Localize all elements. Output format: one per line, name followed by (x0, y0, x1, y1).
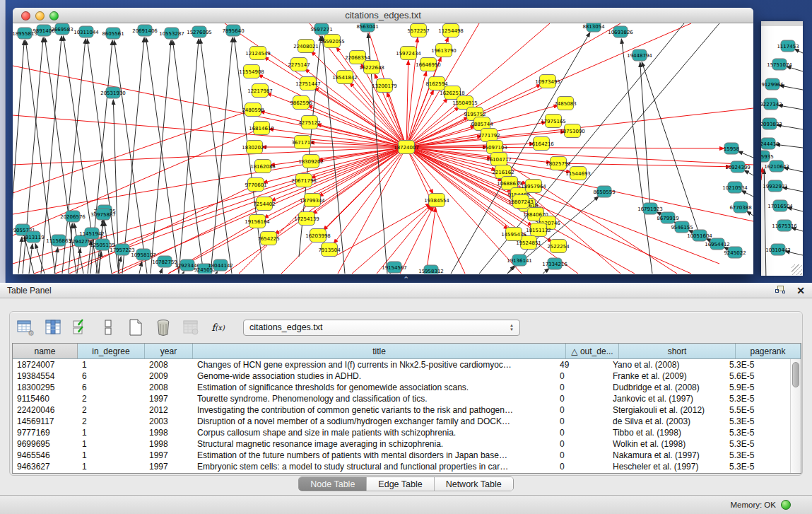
table-cell[interactable]: 5.3E-5 (725, 427, 790, 438)
table-cell[interactable]: 5.3E-5 (725, 359, 790, 370)
table-cell[interactable]: 1 (78, 461, 145, 472)
graph-edge[interactable] (146, 37, 179, 274)
table-cell[interactable]: 0 (555, 438, 608, 450)
scrollbar-thumb[interactable] (792, 362, 799, 387)
table-row[interactable]: 1830029562008Estimation of significance … (13, 382, 790, 393)
table-cell[interactable]: 2 (78, 393, 145, 404)
column-header-in_degree[interactable]: in_degree (78, 344, 145, 358)
table-cell[interactable]: 6 (78, 382, 145, 393)
table-cell[interactable]: 0 (555, 450, 608, 461)
table-cell[interactable]: 18300295 (13, 382, 78, 393)
table-cell[interactable]: 1997 (145, 450, 193, 461)
column-header-title[interactable]: title (193, 344, 566, 358)
table-cell[interactable]: 5.6E-5 (725, 370, 790, 382)
graph-edge[interactable] (13, 147, 406, 264)
table-row[interactable]: 2242004622012Investigating the contribut… (13, 404, 790, 416)
graph-edge[interactable] (775, 144, 803, 148)
table-row[interactable]: 1456911722003Disruption of a novel membe… (13, 416, 790, 427)
table-cell[interactable]: 5.3E-5 (725, 461, 790, 472)
table-cell[interactable]: 0 (555, 427, 608, 438)
table-cell[interactable]: 0 (555, 416, 608, 427)
trash-icon[interactable] (153, 318, 172, 337)
rows-icon[interactable] (98, 318, 117, 337)
graph-edge[interactable] (18, 237, 22, 274)
tab-network-table[interactable]: Network Table (435, 477, 513, 491)
graph-edge[interactable] (543, 268, 549, 274)
graph-edge[interactable] (744, 170, 753, 175)
table-row[interactable]: 1938455462009Genome-wide association stu… (13, 370, 790, 382)
graph-edge[interactable] (377, 206, 433, 274)
table-cell[interactable]: 2012 (145, 404, 193, 416)
tab-node-table[interactable]: Node Table (299, 477, 367, 491)
graph-edge[interactable] (406, 147, 724, 148)
network-canvas[interactable]: 1872400712124549115549081221798724805981… (13, 23, 753, 274)
table-cell[interactable]: 1997 (145, 461, 193, 472)
graph-edge[interactable] (741, 190, 753, 197)
graph-edge[interactable] (183, 271, 184, 274)
table-cell[interactable]: 5.3E-5 (725, 393, 790, 404)
table-cell[interactable]: 0 (555, 404, 608, 416)
graph-edge[interactable] (168, 147, 406, 274)
graph-edge[interactable] (761, 168, 763, 180)
graph-edge[interactable] (400, 206, 434, 274)
function-builder-icon[interactable]: f(x) (208, 318, 228, 337)
table-cell[interactable]: 1 (78, 438, 145, 450)
new-document-icon[interactable] (126, 318, 145, 337)
graph-edge[interactable] (746, 211, 753, 216)
table-row[interactable]: 911546021997Tourette syndrome. Phenomeno… (13, 393, 790, 404)
table-row[interactable]: 946554611997Estimation of the future num… (13, 450, 790, 461)
table-cell[interactable]: 5.9E-5 (725, 382, 790, 393)
table-cell[interactable]: 1 (78, 359, 145, 370)
table-cell[interactable]: 18724007 (13, 359, 78, 370)
table-cell[interactable]: 22420046 (13, 404, 78, 416)
table-cell[interactable]: Embryonic stem cells: a model to study s… (193, 461, 555, 472)
table-cell[interactable]: 0 (555, 393, 608, 404)
table-cell[interactable]: 0 (555, 461, 608, 472)
table-cell[interactable]: 0 (555, 382, 608, 393)
graph-edge[interactable] (151, 40, 171, 274)
table-cell[interactable]: 9699695 (13, 438, 78, 450)
graph-edge[interactable] (13, 115, 406, 147)
table-cell[interactable]: 49 (555, 359, 608, 370)
column-header-pagerank[interactable]: pagerank (736, 344, 801, 358)
window-titlebar[interactable]: citations_edges.txt (13, 8, 753, 23)
table-cell[interactable]: Corpus callosum shape and size in male p… (193, 427, 555, 438)
table-cell[interactable]: 0 (555, 370, 608, 382)
table-cell[interactable]: 2 (78, 404, 145, 416)
table-cell[interactable]: 2008 (145, 359, 193, 370)
graph-edge[interactable] (794, 49, 803, 53)
table-cell[interactable]: 2008 (145, 382, 193, 393)
table-cell[interactable]: Tourette syndrome. Phenomenology and cla… (193, 393, 555, 404)
graph-edge[interactable] (172, 40, 204, 274)
table-cell[interactable]: 9115460 (13, 393, 78, 404)
row-check-icon[interactable] (71, 318, 90, 337)
table-cell[interactable]: Hescheler et al. (1997) (608, 461, 725, 472)
table-row[interactable]: 977716911998Corpus callosum shape and si… (13, 427, 790, 438)
table-cell[interactable]: Franke et al. (2009) (608, 370, 725, 382)
graph-edge[interactable] (216, 271, 218, 274)
background-network-window[interactable]: 1117453157510749129966922734312093832124… (761, 21, 803, 276)
table-select-dropdown[interactable]: citations_edges.txt ▲▼ (243, 320, 520, 336)
table-cell[interactable]: 19384554 (13, 370, 78, 382)
table-cell[interactable]: 2003 (145, 416, 193, 427)
graph-edge[interactable] (406, 90, 434, 147)
table-cell[interactable]: 5.3E-5 (725, 416, 790, 427)
column-visibility-icon[interactable] (43, 318, 62, 337)
table-cell[interactable]: 9463627 (13, 461, 78, 472)
table-cell[interactable]: Disruption of a novel member of a sodium… (193, 416, 555, 427)
table-cell[interactable]: 9777169 (13, 427, 78, 438)
column-header-name[interactable]: name (13, 344, 78, 358)
table-cell[interactable]: 5.5E-5 (725, 404, 790, 416)
graph-edge[interactable] (426, 207, 436, 274)
table-cell[interactable]: Wolkin et al. (1998) (608, 438, 725, 450)
graph-edge[interactable] (621, 39, 652, 274)
table-cell[interactable]: Structural magnetic resonance image aver… (193, 438, 555, 450)
table-cell[interactable]: 6 (78, 370, 145, 382)
graph-edge[interactable] (122, 37, 144, 274)
graph-edge[interactable] (361, 64, 406, 147)
table-cell[interactable]: de Silva et al. (2003) (608, 416, 725, 427)
graph-edge[interactable] (160, 268, 163, 274)
network-view-window[interactable]: citations_edges.txt 18724007121245491155… (13, 8, 753, 274)
float-panel-icon[interactable] (775, 286, 787, 296)
vertical-scrollbar[interactable] (790, 359, 801, 473)
